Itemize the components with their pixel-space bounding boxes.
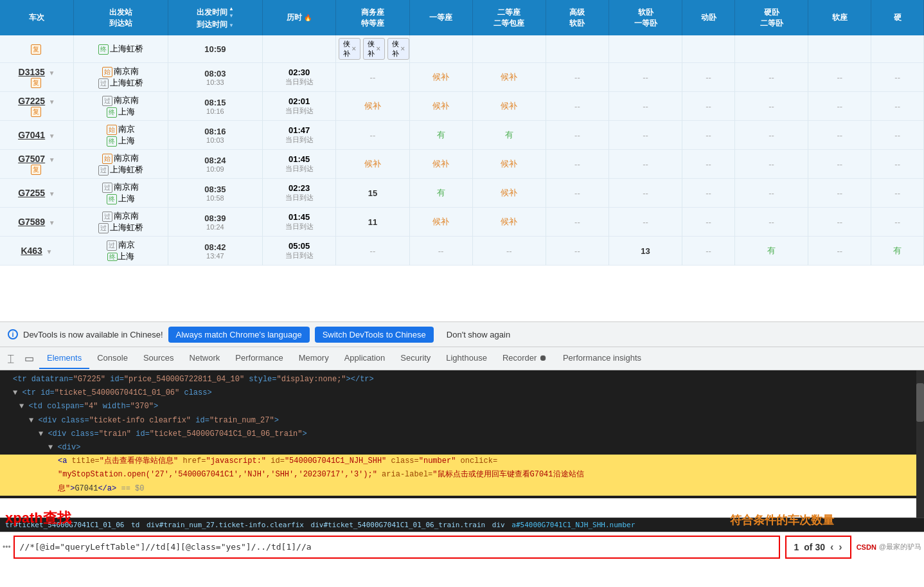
duration-cell: 05:05 当日到达 bbox=[262, 237, 335, 266]
always-match-button[interactable]: Always match Chrome's language bbox=[168, 327, 310, 343]
th-hard-seat: 硬 bbox=[871, 0, 924, 35]
duration-cell: 01:45 当日到达 bbox=[262, 150, 335, 179]
breadcrumb-item-active[interactable]: a#54000G7041C1_NJH_SHH.number bbox=[511, 521, 635, 529]
seat-second[interactable]: 有 bbox=[472, 121, 546, 150]
train-link[interactable]: K463 bbox=[21, 246, 42, 256]
seat-first[interactable]: 候补 bbox=[409, 92, 472, 121]
th-stations: 出发站到达站 bbox=[73, 0, 168, 35]
seat-hard[interactable]: 有 bbox=[871, 237, 924, 266]
arrow-icon[interactable]: ▼ bbox=[49, 98, 55, 105]
breadcrumb-item[interactable]: tr#ticket_54000G7041C1_01_06 bbox=[5, 521, 124, 529]
nav-left-icon[interactable]: ‹ bbox=[830, 541, 833, 553]
nav-right-icon[interactable]: › bbox=[839, 541, 842, 553]
xpath-bar-container: xpath查找 符合条件的车次数量 ••• 1 of 30 ‹ › CSDN @… bbox=[0, 532, 924, 561]
xpath-input[interactable] bbox=[15, 537, 779, 557]
table-row: G7255 ▼ 过南京南 终上海 08:35 10:58 02:23 当日到达 … bbox=[0, 179, 924, 208]
tab-lighthouse[interactable]: Lighthouse bbox=[438, 348, 495, 369]
duration-cell: 02:30 当日到达 bbox=[262, 63, 335, 92]
devtools-code-lines: <tr datatran="G7225" id="price_54000G722… bbox=[0, 370, 916, 518]
station-tag: 过 bbox=[98, 223, 109, 233]
triangle-icon[interactable]: ▼ bbox=[19, 402, 24, 411]
scrollbar-thumb[interactable] bbox=[916, 383, 924, 422]
tab-console[interactable]: Console bbox=[89, 348, 136, 369]
devtools-scrollbar[interactable] bbox=[916, 370, 924, 518]
station-cell: 始南京南 过上海虹桥 bbox=[73, 63, 168, 92]
breadcrumb-item[interactable]: div#train_num_27.ticket-info.clearfix bbox=[147, 521, 304, 529]
arrow-icon[interactable]: ▼ bbox=[49, 190, 55, 197]
three-dots-icon[interactable]: ••• bbox=[3, 543, 11, 552]
seat-business[interactable]: 11 bbox=[336, 208, 409, 237]
tab-sources[interactable]: Sources bbox=[136, 348, 182, 369]
triangle-icon[interactable]: ▼ bbox=[13, 388, 17, 397]
station-tag: 过 bbox=[102, 96, 112, 106]
table-row: 复 终上海虹桥 10:59 侠补 × 侠补 × 侠补 × bbox=[0, 35, 924, 63]
seat-second[interactable]: 候补 bbox=[472, 179, 546, 208]
th-soft-seat: 软座 bbox=[808, 0, 871, 35]
arrow-icon[interactable]: ▼ bbox=[48, 69, 55, 77]
seat-first[interactable]: 有 bbox=[409, 121, 472, 150]
code-line: ▼ <div class="ticket-info clearfix" id="… bbox=[0, 414, 916, 428]
tab-memory[interactable]: Memory bbox=[291, 348, 337, 369]
switch-chinese-button[interactable]: Switch DevTools to Chinese bbox=[315, 327, 434, 343]
tab-network[interactable]: Network bbox=[182, 348, 228, 369]
breadcrumb-item[interactable]: div bbox=[492, 521, 505, 529]
seat-first[interactable]: 候补 bbox=[409, 208, 472, 237]
tab-elements[interactable]: Elements bbox=[39, 348, 89, 369]
seat-first[interactable]: 候补 bbox=[409, 150, 472, 179]
breadcrumb-item[interactable]: div#ticket_54000G7041C1_01_06_train.trai… bbox=[311, 521, 486, 529]
duration-cell: 02:01 当日到达 bbox=[262, 92, 335, 121]
seat-business[interactable]: 15 bbox=[336, 179, 409, 208]
arrow-icon[interactable]: ▼ bbox=[46, 248, 53, 255]
tab-application[interactable]: Application bbox=[337, 348, 393, 369]
arrow-icon[interactable]: ▼ bbox=[49, 219, 55, 226]
time-cell: 08:35 10:58 bbox=[168, 179, 262, 208]
seat-soft bbox=[609, 35, 682, 63]
seat-first[interactable]: 候补 bbox=[409, 63, 472, 92]
tab-security[interactable]: Security bbox=[393, 348, 438, 369]
filter-tag[interactable]: 侠补 × bbox=[339, 38, 360, 60]
devtools-icon-mobile[interactable]: ▭ bbox=[19, 352, 39, 365]
xpath-bar: ••• 1 of 30 ‹ › CSDN @最家的驴马 bbox=[0, 532, 924, 561]
seat-second[interactable]: 候补 bbox=[472, 63, 546, 92]
train-num-cell: G7225 ▼ 复 bbox=[0, 92, 73, 121]
triangle-icon[interactable]: ▼ bbox=[29, 416, 33, 425]
th-dyn: 动卧 bbox=[682, 0, 735, 35]
train-num-cell: G7507 ▼ 复 bbox=[0, 150, 73, 179]
th-time[interactable]: 出发时间▲▼ 到达时间▼ bbox=[168, 0, 262, 35]
csdn-logo: CSDN bbox=[857, 543, 876, 551]
seat-business[interactable]: 候补 bbox=[336, 150, 409, 179]
filter-tag[interactable]: 侠补 × bbox=[387, 38, 409, 60]
filter-tag[interactable]: 侠补 × bbox=[363, 38, 385, 60]
dont-show-button[interactable]: Don't show again bbox=[439, 327, 518, 343]
seat-second[interactable]: 候补 bbox=[472, 150, 546, 179]
seat-business[interactable]: 候补 bbox=[336, 92, 409, 121]
arrow-icon[interactable]: ▼ bbox=[49, 156, 55, 163]
triangle-icon[interactable]: ▼ bbox=[39, 429, 43, 438]
devtools-tab-bar: ⌶ ▭ Elements Console Sources Network Per… bbox=[0, 347, 924, 370]
seat-hard-lie[interactable]: 有 bbox=[734, 237, 808, 266]
triangle-icon[interactable]: ▼ bbox=[48, 443, 53, 452]
seat-first[interactable]: 有 bbox=[409, 179, 472, 208]
train-return-tag: 复 bbox=[31, 165, 41, 175]
seat-second: -- bbox=[472, 237, 546, 266]
arrow-icon[interactable]: ▼ bbox=[49, 132, 55, 140]
station-tag: 过 bbox=[98, 165, 109, 176]
train-link[interactable]: G7225 bbox=[18, 96, 45, 106]
xpath-right-icons: CSDN @最家的驴马 bbox=[854, 542, 924, 552]
train-link[interactable]: G7589 bbox=[18, 217, 45, 227]
seat-dyn bbox=[682, 35, 735, 63]
train-link[interactable]: G7255 bbox=[18, 188, 45, 198]
th-second: 二等座二等包座 bbox=[472, 0, 546, 35]
train-link[interactable]: G7507 bbox=[18, 154, 45, 164]
seat-second[interactable]: 候补 bbox=[472, 208, 546, 237]
seat-soft[interactable]: 13 bbox=[609, 237, 682, 266]
breadcrumb-item[interactable]: td bbox=[131, 521, 139, 529]
xpath-result-box: 1 of 30 ‹ › bbox=[785, 536, 851, 559]
devtools-icon-cursor[interactable]: ⌶ bbox=[3, 353, 19, 365]
seat-second[interactable]: 候补 bbox=[472, 92, 546, 121]
tab-performance[interactable]: Performance bbox=[227, 348, 290, 369]
tab-performance-insights[interactable]: Performance insights bbox=[555, 348, 649, 369]
train-link[interactable]: D3135 bbox=[19, 67, 45, 77]
tab-recorder[interactable]: Recorder ⏺ bbox=[495, 348, 555, 369]
train-link[interactable]: G7041 bbox=[18, 130, 45, 140]
